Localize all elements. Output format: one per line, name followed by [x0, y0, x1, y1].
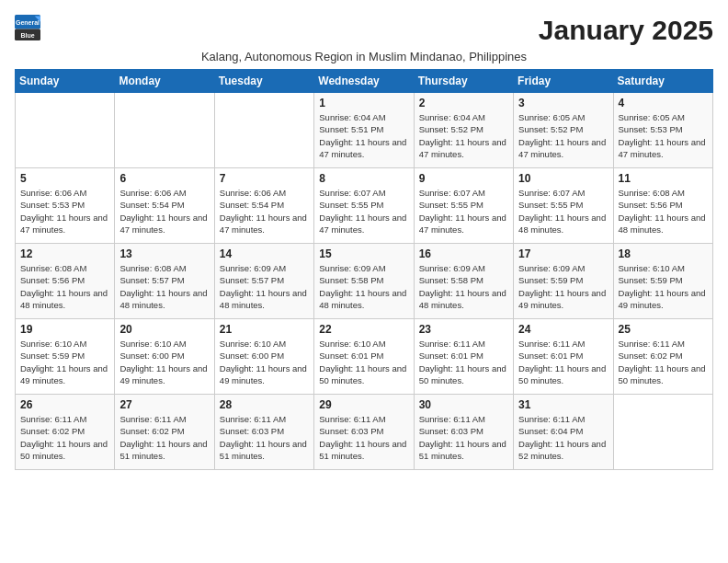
day-number: 9 — [419, 172, 508, 185]
calendar-cell: 7Sunrise: 6:06 AM Sunset: 5:54 PM Daylig… — [214, 168, 313, 244]
day-info: Sunrise: 6:08 AM Sunset: 5:56 PM Dayligh… — [20, 262, 109, 311]
calendar-cell: 30Sunrise: 6:11 AM Sunset: 6:03 PM Dayli… — [414, 395, 513, 470]
calendar-cell: 12Sunrise: 6:08 AM Sunset: 5:56 PM Dayli… — [16, 244, 115, 319]
day-number: 10 — [518, 172, 608, 185]
day-info: Sunrise: 6:11 AM Sunset: 6:01 PM Dayligh… — [518, 338, 608, 386]
day-number: 12 — [20, 247, 109, 260]
day-info: Sunrise: 6:07 AM Sunset: 5:55 PM Dayligh… — [319, 187, 408, 236]
calendar-cell: 21Sunrise: 6:10 AM Sunset: 6:00 PM Dayli… — [214, 319, 313, 395]
calendar-cell: 6Sunrise: 6:06 AM Sunset: 5:54 PM Daylig… — [115, 168, 214, 244]
day-info: Sunrise: 6:11 AM Sunset: 6:02 PM Dayligh… — [119, 413, 209, 462]
day-info: Sunrise: 6:09 AM Sunset: 5:58 PM Dayligh… — [419, 262, 508, 311]
calendar-week-row: 19Sunrise: 6:10 AM Sunset: 5:59 PM Dayli… — [16, 319, 713, 395]
day-number: 29 — [319, 398, 408, 411]
calendar-cell: 23Sunrise: 6:11 AM Sunset: 6:01 PM Dayli… — [414, 319, 513, 395]
calendar-cell: 17Sunrise: 6:09 AM Sunset: 5:59 PM Dayli… — [514, 244, 613, 319]
day-info: Sunrise: 6:09 AM Sunset: 5:57 PM Dayligh… — [220, 262, 309, 311]
day-number: 19 — [20, 323, 109, 336]
day-info: Sunrise: 6:10 AM Sunset: 6:01 PM Dayligh… — [319, 338, 408, 386]
day-number: 14 — [220, 247, 309, 260]
calendar-cell: 20Sunrise: 6:10 AM Sunset: 6:00 PM Dayli… — [115, 319, 214, 395]
weekday-header: Monday — [115, 70, 214, 93]
weekday-header: Sunday — [16, 70, 115, 93]
calendar-cell: 27Sunrise: 6:11 AM Sunset: 6:02 PM Dayli… — [115, 395, 214, 470]
day-number: 18 — [619, 247, 708, 260]
day-number: 23 — [419, 323, 508, 336]
calendar-cell: 29Sunrise: 6:11 AM Sunset: 6:03 PM Dayli… — [314, 395, 414, 470]
day-info: Sunrise: 6:09 AM Sunset: 5:59 PM Dayligh… — [518, 262, 608, 311]
day-number: 22 — [319, 323, 408, 336]
calendar-cell: 26Sunrise: 6:11 AM Sunset: 6:02 PM Dayli… — [16, 395, 115, 470]
month-title: January 2025 — [539, 15, 713, 46]
day-info: Sunrise: 6:11 AM Sunset: 6:02 PM Dayligh… — [619, 338, 708, 386]
calendar-week-row: 26Sunrise: 6:11 AM Sunset: 6:02 PM Dayli… — [16, 395, 713, 470]
day-info: Sunrise: 6:06 AM Sunset: 5:53 PM Dayligh… — [20, 187, 109, 236]
calendar-cell: 18Sunrise: 6:10 AM Sunset: 5:59 PM Dayli… — [613, 244, 712, 319]
day-number: 13 — [119, 247, 209, 260]
calendar-cell — [115, 93, 214, 168]
calendar-body: 1Sunrise: 6:04 AM Sunset: 5:51 PM Daylig… — [16, 93, 713, 470]
calendar-cell: 25Sunrise: 6:11 AM Sunset: 6:02 PM Dayli… — [613, 319, 712, 395]
weekday-header: Thursday — [414, 70, 513, 93]
day-info: Sunrise: 6:11 AM Sunset: 6:03 PM Dayligh… — [220, 413, 309, 462]
day-number: 21 — [220, 323, 309, 336]
day-info: Sunrise: 6:11 AM Sunset: 6:02 PM Dayligh… — [20, 413, 109, 462]
day-info: Sunrise: 6:10 AM Sunset: 5:59 PM Dayligh… — [619, 262, 708, 311]
day-number: 3 — [518, 97, 608, 109]
day-info: Sunrise: 6:04 AM Sunset: 5:51 PM Dayligh… — [319, 111, 408, 160]
day-info: Sunrise: 6:08 AM Sunset: 5:56 PM Dayligh… — [619, 187, 708, 236]
day-number: 4 — [619, 97, 708, 109]
calendar-cell: 13Sunrise: 6:08 AM Sunset: 5:57 PM Dayli… — [115, 244, 214, 319]
day-info: Sunrise: 6:08 AM Sunset: 5:57 PM Dayligh… — [119, 262, 209, 311]
day-info: Sunrise: 6:10 AM Sunset: 6:00 PM Dayligh… — [119, 338, 209, 386]
calendar-cell: 31Sunrise: 6:11 AM Sunset: 6:04 PM Dayli… — [514, 395, 613, 470]
calendar-cell — [16, 93, 115, 168]
calendar-cell: 8Sunrise: 6:07 AM Sunset: 5:55 PM Daylig… — [314, 168, 414, 244]
day-info: Sunrise: 6:09 AM Sunset: 5:58 PM Dayligh… — [319, 262, 408, 311]
calendar-week-row: 1Sunrise: 6:04 AM Sunset: 5:51 PM Daylig… — [16, 93, 713, 168]
day-info: Sunrise: 6:11 AM Sunset: 6:01 PM Dayligh… — [419, 338, 508, 386]
day-info: Sunrise: 6:11 AM Sunset: 6:03 PM Dayligh… — [419, 413, 508, 462]
calendar-cell: 9Sunrise: 6:07 AM Sunset: 5:55 PM Daylig… — [414, 168, 513, 244]
calendar-cell: 4Sunrise: 6:05 AM Sunset: 5:53 PM Daylig… — [613, 93, 712, 168]
day-number: 1 — [319, 97, 408, 109]
day-number: 26 — [20, 398, 109, 411]
day-number: 8 — [319, 172, 408, 185]
weekday-header: Friday — [514, 70, 613, 93]
day-number: 6 — [119, 172, 209, 185]
calendar-cell: 2Sunrise: 6:04 AM Sunset: 5:52 PM Daylig… — [414, 93, 513, 168]
calendar-header: SundayMondayTuesdayWednesdayThursdayFrid… — [16, 70, 713, 93]
calendar-week-row: 5Sunrise: 6:06 AM Sunset: 5:53 PM Daylig… — [16, 168, 713, 244]
day-info: Sunrise: 6:06 AM Sunset: 5:54 PM Dayligh… — [220, 187, 309, 236]
title-block: January 2025 — [539, 15, 713, 46]
calendar-cell: 15Sunrise: 6:09 AM Sunset: 5:58 PM Dayli… — [314, 244, 414, 319]
calendar-cell — [214, 93, 313, 168]
day-info: Sunrise: 6:07 AM Sunset: 5:55 PM Dayligh… — [518, 187, 608, 236]
day-number: 24 — [518, 323, 608, 336]
day-number: 25 — [619, 323, 708, 336]
day-info: Sunrise: 6:06 AM Sunset: 5:54 PM Dayligh… — [119, 187, 209, 236]
day-number: 16 — [419, 247, 508, 260]
weekday-header: Wednesday — [314, 70, 414, 93]
svg-text:General: General — [16, 19, 40, 26]
day-number: 11 — [619, 172, 708, 185]
day-info: Sunrise: 6:10 AM Sunset: 6:00 PM Dayligh… — [220, 338, 309, 386]
day-number: 30 — [419, 398, 508, 411]
day-number: 2 — [419, 97, 508, 109]
day-number: 20 — [119, 323, 209, 336]
logo: General Blue — [15, 15, 40, 40]
calendar-cell: 10Sunrise: 6:07 AM Sunset: 5:55 PM Dayli… — [514, 168, 613, 244]
day-number: 31 — [518, 398, 608, 411]
day-number: 17 — [518, 247, 608, 260]
logo-icon: General Blue — [15, 15, 40, 40]
day-number: 28 — [220, 398, 309, 411]
calendar-cell: 16Sunrise: 6:09 AM Sunset: 5:58 PM Dayli… — [414, 244, 513, 319]
calendar-table: SundayMondayTuesdayWednesdayThursdayFrid… — [15, 69, 713, 470]
weekday-header: Saturday — [613, 70, 712, 93]
calendar-cell: 14Sunrise: 6:09 AM Sunset: 5:57 PM Dayli… — [214, 244, 313, 319]
day-number: 5 — [20, 172, 109, 185]
day-info: Sunrise: 6:04 AM Sunset: 5:52 PM Dayligh… — [419, 111, 508, 160]
calendar-cell: 3Sunrise: 6:05 AM Sunset: 5:52 PM Daylig… — [514, 93, 613, 168]
day-info: Sunrise: 6:10 AM Sunset: 5:59 PM Dayligh… — [20, 338, 109, 386]
calendar-cell: 11Sunrise: 6:08 AM Sunset: 5:56 PM Dayli… — [613, 168, 712, 244]
